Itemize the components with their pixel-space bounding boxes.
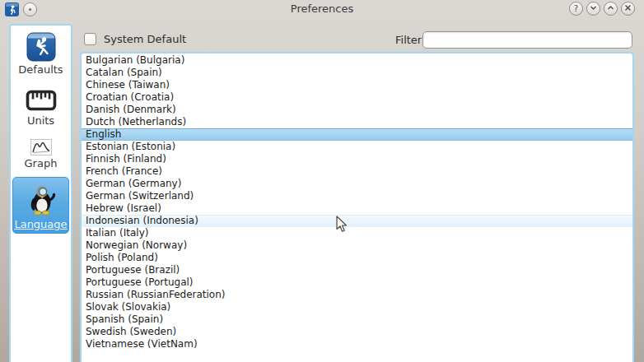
chevron-down-icon bbox=[590, 4, 597, 13]
window-title: Preferences bbox=[0, 2, 644, 15]
language-list-item[interactable]: Indonesian (Indonesia) bbox=[82, 215, 632, 227]
maximize-button[interactable] bbox=[604, 2, 618, 16]
preferences-window: Preferences ? Defaults bbox=[0, 0, 644, 362]
sidebar: Defaults Units Graph bbox=[9, 24, 72, 362]
window-buttons: ? bbox=[569, 2, 635, 16]
language-list-item[interactable]: English bbox=[82, 128, 632, 141]
language-list-item[interactable]: Vietnamese (VietNam) bbox=[82, 338, 632, 350]
sidebar-item-label: Graph bbox=[25, 157, 58, 169]
minimize-button[interactable] bbox=[586, 2, 600, 16]
filter-label: Filter bbox=[395, 34, 422, 46]
filter-input[interactable] bbox=[422, 31, 632, 49]
language-list-item[interactable]: Portuguese (Portugal) bbox=[82, 276, 632, 289]
language-list-item[interactable]: Hebrew (Israel) bbox=[82, 202, 632, 215]
sidebar-item-graph[interactable]: Graph bbox=[12, 134, 69, 173]
language-list-item[interactable]: Croatian (Croatia) bbox=[82, 91, 632, 104]
language-list-item[interactable]: Estonian (Estonia) bbox=[82, 141, 632, 153]
language-list-item[interactable]: French (France) bbox=[82, 165, 632, 178]
language-list-item[interactable]: Chinese (Taiwan) bbox=[82, 79, 632, 91]
sidebar-item-defaults[interactable]: Defaults bbox=[12, 27, 69, 79]
sidebar-item-units[interactable]: Units bbox=[12, 83, 69, 130]
system-default-label: System Default bbox=[104, 33, 186, 45]
language-list-item[interactable]: Danish (Denmark) bbox=[82, 104, 632, 116]
language-list-item[interactable]: Dutch (Netherlands) bbox=[82, 116, 632, 128]
sidebar-item-label: Units bbox=[27, 114, 54, 127]
diver-icon bbox=[26, 32, 56, 62]
close-button[interactable] bbox=[621, 2, 635, 16]
language-list[interactable]: Bulgarian (Bulgaria)Catalan (Spain)Chine… bbox=[80, 52, 634, 362]
language-list-item[interactable]: Spanish (Spain) bbox=[82, 313, 632, 326]
language-list-item[interactable]: Finnish (Finland) bbox=[82, 153, 632, 165]
sidebar-item-label: Language bbox=[14, 218, 67, 230]
language-list-item[interactable]: German (Germany) bbox=[82, 178, 632, 190]
language-list-item[interactable]: German (Switzerland) bbox=[82, 190, 632, 202]
language-list-item[interactable]: Polish (Poland) bbox=[82, 252, 632, 264]
language-list-item[interactable]: Swedish (Sweden) bbox=[82, 326, 632, 338]
ruler-icon bbox=[26, 88, 57, 113]
close-icon bbox=[624, 4, 632, 13]
system-default-checkbox[interactable] bbox=[84, 33, 96, 45]
penguin-icon bbox=[24, 182, 58, 216]
help-icon: ? bbox=[574, 5, 578, 13]
language-list-item[interactable]: Russian (RussianFederation) bbox=[82, 289, 632, 301]
language-list-item[interactable]: Italian (Italy) bbox=[82, 227, 632, 239]
sidebar-item-language[interactable]: Language bbox=[12, 177, 69, 234]
language-list-item[interactable]: Slovak (Slovakia) bbox=[82, 301, 632, 313]
titlebar: Preferences ? bbox=[0, 0, 644, 18]
language-list-item[interactable]: Bulgarian (Bulgaria) bbox=[82, 54, 632, 67]
language-list-item[interactable]: Norwegian (Norway) bbox=[82, 239, 632, 252]
sidebar-item-label: Defaults bbox=[18, 63, 63, 76]
language-list-item[interactable]: Catalan (Spain) bbox=[82, 67, 632, 79]
language-list-item[interactable]: Portuguese (Brazil) bbox=[82, 264, 632, 276]
help-button[interactable]: ? bbox=[569, 2, 583, 16]
graph-icon bbox=[30, 139, 52, 155]
chevron-up-icon bbox=[607, 4, 614, 13]
